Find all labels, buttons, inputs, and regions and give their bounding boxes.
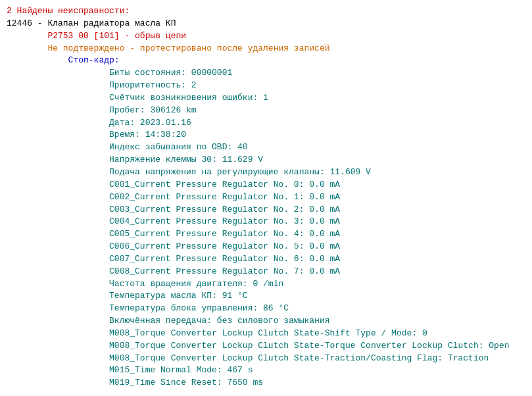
diagnostic-line: C003_Current Pressure Regulator No. 2: 0…: [7, 204, 525, 216]
diagnostic-line: Подача напряжения на регулирующие клапан…: [7, 166, 525, 179]
diagnostic-line: C004_Current Pressure Regulator No. 3: 0…: [7, 216, 525, 228]
diagnostic-line: Пробег: 306126 km: [7, 105, 525, 117]
diagnostic-line: Индекс забывания по OBD: 40: [7, 141, 525, 154]
diagnostic-line: Температура блока управления: 86 °C: [7, 303, 525, 315]
diagnostic-line: Частота вращения двигателя: 0 /min: [7, 278, 525, 291]
diagnostic-line: C008_Current Pressure Regulator No. 7: 0…: [7, 266, 525, 278]
diagnostic-line: C007_Current Pressure Regulator No. 6: 0…: [7, 253, 525, 266]
diagnostic-line: 2 Найдены неисправности:: [7, 5, 525, 18]
diagnostic-line: Дата: 2023.01.16: [7, 117, 525, 130]
diagnostic-line: C001_Current Pressure Regulator No. 0: 0…: [7, 179, 525, 191]
diagnostic-line: Биты состояния: 00000001: [7, 67, 525, 80]
diagnostic-line: C006_Current Pressure Regulator No. 5: 0…: [7, 241, 525, 253]
diagnostic-line: 12446 - Клапан радиатора масла КП: [7, 18, 525, 30]
diagnostic-line: P2753 00 [101] - обрыв цепи: [7, 30, 525, 43]
diagnostic-line: M008_Torque Converter Lockup Clutch Stat…: [7, 328, 525, 340]
diagnostic-line: Стоп-кадр:: [7, 55, 525, 67]
diagnostic-line: Счётчик возникновения ошибки: 1: [7, 92, 525, 105]
diagnostic-line: C002_Current Pressure Regulator No. 1: 0…: [7, 191, 525, 204]
diagnostic-line: Включённая передача: без силового замыка…: [7, 315, 525, 328]
diagnostic-line: Напряжение клеммы 30: 11.629 V: [7, 154, 525, 166]
diagnostic-line: M008_Torque Converter Lockup Clutch Stat…: [7, 353, 525, 365]
diagnostic-line: Не подтверждено - протестировано после у…: [7, 43, 525, 55]
diagnostic-line: M008_Torque Converter Lockup Clutch Stat…: [7, 340, 525, 353]
diagnostic-content: 2 Найдены неисправности:12446 - Клапан р…: [7, 5, 525, 389]
diagnostic-line: C005_Current Pressure Regulator No. 4: 0…: [7, 228, 525, 241]
diagnostic-line: Температура масла КП: 91 °C: [7, 290, 525, 303]
diagnostic-line: Время: 14:38:20: [7, 129, 525, 141]
diagnostic-line: Приоритетность: 2: [7, 80, 525, 92]
diagnostic-line: M019_Time Since Reset: 7650 ms: [7, 377, 525, 389]
diagnostic-line: M015_Time Normal Mode: 467 s: [7, 364, 525, 377]
